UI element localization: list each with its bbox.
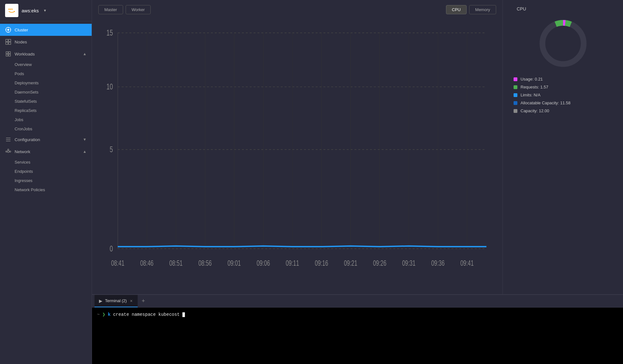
prompt-tilde: ~ xyxy=(97,312,100,317)
terminal-prompt-line: ~ ❯ k create namespace kubecost xyxy=(97,311,618,318)
sidebar-subitem-ingresses[interactable]: Ingresses xyxy=(0,176,92,185)
svg-rect-13 xyxy=(9,52,10,54)
sidebar-subitem-daemonsets[interactable]: DaemonSets xyxy=(0,88,92,97)
chart-area: Master Worker CPU Memory xyxy=(92,0,623,294)
sidebar-nodes-label: Nodes xyxy=(15,40,27,44)
sidebar-subitem-pods[interactable]: Pods xyxy=(0,69,92,78)
cpu-legend: Usage: 0.21 Requests: 1.57 Limits: N/A A… xyxy=(510,77,615,113)
usage-label: Usage: 0.21 xyxy=(521,77,543,81)
app-title: aws:eks xyxy=(22,8,39,13)
sidebar-config-label: Configuration xyxy=(15,137,40,142)
sidebar-subitem-jobs[interactable]: Jobs xyxy=(0,115,92,124)
aws-logo: aws xyxy=(5,4,18,17)
configuration-icon xyxy=(5,136,11,143)
svg-text:08:46: 08:46 xyxy=(140,259,154,267)
terminal-add-tab-button[interactable]: + xyxy=(139,297,148,306)
svg-point-3 xyxy=(7,29,9,31)
capacity-label: Capacity: 12.00 xyxy=(521,108,549,113)
cronjobs-label: CronJobs xyxy=(15,127,32,131)
overview-label: Overview xyxy=(15,62,32,67)
terminal-tab-2[interactable]: ▶ Terminal (2) × xyxy=(95,295,138,307)
deployments-label: Deployments xyxy=(15,81,39,85)
svg-text:08:51: 08:51 xyxy=(169,259,183,267)
sidebar-subitem-deployments[interactable]: Deployments xyxy=(0,78,92,88)
services-label: Services xyxy=(15,160,30,165)
legend-capacity: Capacity: 12.00 xyxy=(514,108,615,113)
sidebar: aws aws:eks ▼ Cluster xyxy=(0,0,92,364)
svg-rect-14 xyxy=(6,54,8,56)
cpu-tab-button[interactable]: CPU xyxy=(446,5,467,14)
memory-tab-button[interactable]: Memory xyxy=(469,5,496,14)
svg-text:15: 15 xyxy=(106,28,113,37)
sidebar-item-nodes[interactable]: Nodes xyxy=(0,36,92,48)
pods-label: Pods xyxy=(15,71,24,76)
legend-allocatable: Allocatable Capacity: 11.58 xyxy=(514,101,615,105)
requests-label: Requests: 1.57 xyxy=(521,85,548,89)
endpoints-label: Endpoints xyxy=(15,169,33,174)
svg-text:09:01: 09:01 xyxy=(227,259,241,267)
sidebar-item-configuration[interactable]: Configuration ▼ xyxy=(0,133,92,146)
svg-point-20 xyxy=(6,151,7,152)
chart-wrapper: 15 10 5 0 08:41 08:46 08:51 08:56 09:01 … xyxy=(98,19,496,289)
svg-rect-9 xyxy=(9,39,11,42)
terminal-tab-icon: ▶ xyxy=(99,298,102,303)
svg-text:08:41: 08:41 xyxy=(111,259,124,267)
sidebar-subitem-replicasets[interactable]: ReplicaSets xyxy=(0,106,92,115)
chart-main: Master Worker CPU Memory xyxy=(92,0,502,294)
daemonsets-label: DaemonSets xyxy=(15,90,38,94)
statefulsets-label: StatefulSets xyxy=(15,99,37,104)
legend-requests: Requests: 1.57 xyxy=(514,85,615,89)
network-icon xyxy=(5,148,11,155)
header-chevron-icon: ▼ xyxy=(43,9,47,12)
svg-rect-11 xyxy=(9,42,11,44)
jobs-label: Jobs xyxy=(15,117,23,122)
legend-usage: Usage: 0.21 xyxy=(514,77,615,81)
svg-point-21 xyxy=(10,151,11,152)
prompt-k: k xyxy=(108,312,110,317)
worker-tab-button[interactable]: Worker xyxy=(126,5,151,14)
svg-text:09:41: 09:41 xyxy=(460,259,474,267)
sidebar-item-workloads[interactable]: Workloads ▲ xyxy=(0,48,92,60)
terminal-cursor xyxy=(182,312,185,317)
svg-text:09:26: 09:26 xyxy=(373,259,386,267)
sidebar-subitem-cronjobs[interactable]: CronJobs xyxy=(0,124,92,133)
limits-label: Limits: N/A xyxy=(521,93,541,97)
svg-text:08:56: 08:56 xyxy=(198,259,212,267)
svg-text:aws: aws xyxy=(8,8,13,10)
svg-text:09:06: 09:06 xyxy=(257,259,270,267)
panel-title: CPU xyxy=(517,6,526,11)
svg-marker-1 xyxy=(14,11,15,12)
sidebar-item-network[interactable]: Network ▲ xyxy=(0,146,92,158)
sidebar-subitem-statefulsets[interactable]: StatefulSets xyxy=(0,97,92,106)
sidebar-header[interactable]: aws aws:eks ▼ xyxy=(0,0,92,21)
donut-chart xyxy=(536,16,590,70)
terminal-tabs-bar: ▶ Terminal (2) × + xyxy=(92,295,623,308)
limits-dot xyxy=(514,93,517,97)
svg-point-22 xyxy=(8,149,9,150)
svg-point-19 xyxy=(7,151,9,153)
prompt-arrow: ❯ xyxy=(102,311,105,318)
capacity-dot xyxy=(514,109,517,113)
sidebar-subitem-network-policies[interactable]: Network Policies xyxy=(0,185,92,194)
svg-rect-10 xyxy=(6,42,8,44)
sidebar-subitem-overview[interactable]: Overview xyxy=(0,60,92,69)
sidebar-cluster-label: Cluster xyxy=(15,28,28,32)
nodes-icon xyxy=(5,39,11,45)
svg-text:0: 0 xyxy=(110,244,113,253)
usage-dot xyxy=(514,77,517,81)
allocatable-dot xyxy=(514,101,517,105)
sidebar-item-cluster[interactable]: Cluster xyxy=(0,24,92,36)
svg-text:09:31: 09:31 xyxy=(402,259,416,267)
svg-text:10: 10 xyxy=(106,82,113,91)
master-tab-button[interactable]: Master xyxy=(98,5,123,14)
workloads-expand-icon: ▲ xyxy=(83,52,87,56)
network-expand-icon: ▲ xyxy=(83,149,87,154)
sidebar-network-label: Network xyxy=(15,149,30,154)
sidebar-subitem-services[interactable]: Services xyxy=(0,158,92,167)
sidebar-subitem-endpoints[interactable]: Endpoints xyxy=(0,167,92,176)
svg-rect-12 xyxy=(6,52,8,54)
terminal-tab-close-button[interactable]: × xyxy=(129,298,133,304)
terminal-body[interactable]: ~ ❯ k create namespace kubecost xyxy=(92,308,623,364)
sidebar-workloads-label: Workloads xyxy=(15,52,35,56)
chart-right-panel: CPU Usage: 0.21 xyxy=(502,0,623,294)
